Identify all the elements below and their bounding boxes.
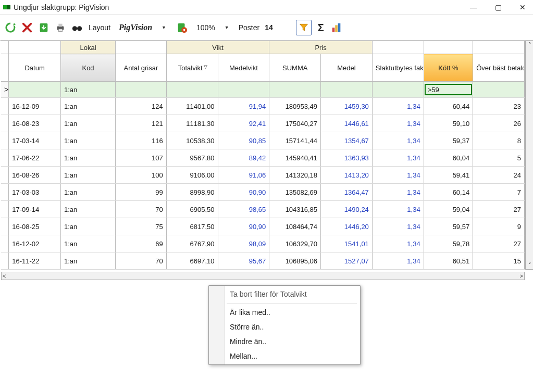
- cell-faktor[interactable]: 1,34: [372, 201, 424, 218]
- cell-summa[interactable]: 106895,06: [269, 252, 321, 270]
- cell-totalvikt[interactable]: 6767,90: [166, 235, 218, 252]
- cell-faktor[interactable]: 1,34: [372, 98, 424, 115]
- cell-datum[interactable]: 16-08-23: [9, 115, 61, 132]
- cell-antal[interactable]: 116: [116, 132, 167, 149]
- group-header-vikt[interactable]: Vikt: [166, 41, 269, 54]
- cell-medelvikt[interactable]: 90,85: [218, 132, 269, 149]
- cell-over[interactable]: 27: [473, 201, 525, 218]
- cell-faktor[interactable]: 1,34: [372, 167, 424, 184]
- cell-over[interactable]: 7: [473, 184, 525, 201]
- table-row[interactable]: 17-06-221:an1079567,8089,42145940,411363…: [1, 149, 525, 167]
- cell-faktor[interactable]: 1,34: [372, 218, 424, 235]
- zoom-level[interactable]: 100%: [191, 22, 220, 33]
- cell-antal[interactable]: 124: [116, 98, 167, 115]
- cell-medel[interactable]: 1413,20: [321, 167, 373, 184]
- cell-medel[interactable]: 1446,20: [321, 218, 373, 235]
- table-row[interactable]: 16-08-251:an756817,5090,90108464,741446,…: [1, 218, 525, 235]
- cell-totalvikt[interactable]: 8998,90: [166, 184, 218, 201]
- cell-totalvikt[interactable]: 6817,50: [166, 218, 218, 235]
- vertical-scrollbar[interactable]: ˄ ˅: [525, 41, 533, 270]
- filter-faktor[interactable]: [372, 82, 424, 98]
- refresh-icon[interactable]: [3, 20, 18, 35]
- cell-summa[interactable]: 135082,69: [269, 184, 321, 201]
- cell-kod[interactable]: 1:an: [61, 149, 116, 167]
- cell-summa[interactable]: 175040,27: [269, 115, 321, 132]
- cell-totalvikt[interactable]: 9106,00: [166, 167, 218, 184]
- cell-antal[interactable]: 100: [116, 167, 167, 184]
- cell-over[interactable]: 24: [473, 167, 525, 184]
- cell-datum[interactable]: 16-12-02: [9, 235, 61, 252]
- cell-kod[interactable]: 1:an: [61, 167, 116, 184]
- filter-totalvikt[interactable]: [166, 82, 218, 98]
- filter-medel[interactable]: [321, 82, 373, 98]
- cell-kott[interactable]: 60,44: [424, 98, 473, 115]
- cell-faktor[interactable]: 1,34: [372, 235, 424, 252]
- cell-datum[interactable]: 16-08-25: [9, 218, 61, 235]
- cell-summa[interactable]: 180953,49: [269, 98, 321, 115]
- cell-over[interactable]: 23: [473, 98, 525, 115]
- group-header-lokal[interactable]: Lokal: [61, 41, 116, 54]
- cell-antal[interactable]: 75: [116, 218, 167, 235]
- column-header-datum[interactable]: Datum: [9, 54, 61, 82]
- cell-antal[interactable]: 70: [116, 252, 167, 270]
- column-header-summa[interactable]: SUMMA: [269, 54, 321, 82]
- sum-icon[interactable]: Σ: [318, 22, 324, 34]
- filter-button[interactable]: [296, 20, 312, 35]
- window-minimize-button[interactable]: —: [470, 3, 477, 11]
- filter-datum[interactable]: [9, 82, 61, 98]
- cell-over[interactable]: 9: [473, 218, 525, 235]
- table-row[interactable]: 17-03-141:an11610538,3090,85157141,44135…: [1, 132, 525, 149]
- cell-faktor[interactable]: 1,34: [372, 115, 424, 132]
- cell-totalvikt[interactable]: 9567,80: [166, 149, 218, 167]
- cell-datum[interactable]: 16-12-09: [9, 98, 61, 115]
- cell-medel[interactable]: 1459,30: [321, 98, 373, 115]
- cell-datum[interactable]: 17-06-22: [9, 149, 61, 167]
- cell-medel[interactable]: 1363,93: [321, 149, 373, 167]
- column-header-over[interactable]: Över bäst betalda: [473, 54, 525, 82]
- window-maximize-button[interactable]: ▢: [495, 3, 502, 11]
- cell-kod[interactable]: 1:an: [61, 98, 116, 115]
- table-row[interactable]: 16-08-231:an12111181,3092,41175040,27144…: [1, 115, 525, 132]
- cell-summa[interactable]: 106329,70: [269, 235, 321, 252]
- cell-kott[interactable]: 59,57: [424, 218, 473, 235]
- chart-icon[interactable]: [329, 20, 344, 35]
- cell-totalvikt[interactable]: 6905,50: [166, 201, 218, 218]
- cell-kod[interactable]: 1:an: [61, 132, 116, 149]
- zoom-dropdown-arrow-icon[interactable]: ▼: [222, 25, 231, 30]
- cell-over[interactable]: 5: [473, 149, 525, 167]
- cell-kott[interactable]: 60,04: [424, 149, 473, 167]
- group-header-pris[interactable]: Pris: [269, 41, 373, 54]
- cell-antal[interactable]: 121: [116, 115, 167, 132]
- table-row[interactable]: 16-12-091:an12411401,0091,94180953,49145…: [1, 98, 525, 115]
- cell-faktor[interactable]: 1,34: [372, 184, 424, 201]
- filter-kott[interactable]: >59: [424, 82, 473, 98]
- column-header-antal[interactable]: Antal grisar: [116, 54, 167, 82]
- cell-antal[interactable]: 70: [116, 201, 167, 218]
- table-row[interactable]: 16-08-261:an1009106,0091,06141320,181413…: [1, 167, 525, 184]
- cell-faktor[interactable]: 1,34: [372, 149, 424, 167]
- export-icon[interactable]: [36, 20, 51, 35]
- cell-kod[interactable]: 1:an: [61, 115, 116, 132]
- filter-medelvikt[interactable]: [218, 82, 269, 98]
- cell-summa[interactable]: 157141,44: [269, 132, 321, 149]
- cell-medelvikt[interactable]: 91,94: [218, 98, 269, 115]
- cell-medel[interactable]: 1354,67: [321, 132, 373, 149]
- column-header-kott[interactable]: Kött %: [424, 54, 473, 82]
- cell-over[interactable]: 27: [473, 235, 525, 252]
- scroll-left-icon[interactable]: <: [3, 273, 6, 279]
- cell-over[interactable]: 15: [473, 252, 525, 270]
- table-row[interactable]: 16-12-021:an696767,9098,09106329,701541,…: [1, 235, 525, 252]
- column-header-kod[interactable]: Kod: [61, 54, 116, 82]
- layout-selector[interactable]: PigVision: [114, 22, 157, 33]
- print-icon[interactable]: [53, 20, 68, 35]
- column-header-faktor[interactable]: Slaktutbytes faktor: [372, 54, 424, 82]
- cell-kott[interactable]: 60,51: [424, 252, 473, 270]
- binoculars-icon[interactable]: [70, 20, 84, 35]
- layout-dropdown-arrow-icon[interactable]: ▼: [159, 25, 168, 30]
- cell-summa[interactable]: 108464,74: [269, 218, 321, 235]
- cell-medel[interactable]: 1446,61: [321, 115, 373, 132]
- filter-antal[interactable]: [116, 82, 167, 98]
- cell-kott[interactable]: 60,14: [424, 184, 473, 201]
- filter-row[interactable]: > 1:an >59: [1, 82, 525, 98]
- cell-antal[interactable]: 99: [116, 184, 167, 201]
